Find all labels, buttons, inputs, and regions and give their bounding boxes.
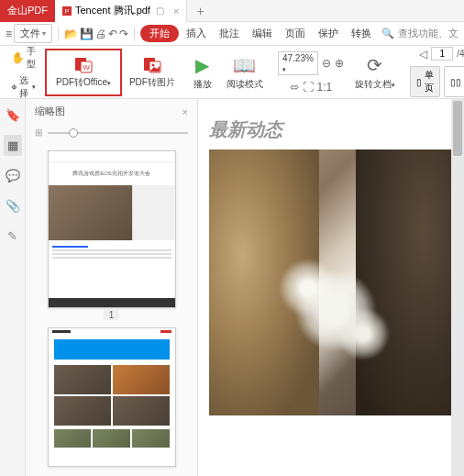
pdf-to-office-button[interactable]: W PDF转Office▾ — [49, 52, 118, 93]
separator — [58, 27, 59, 41]
signature-icon[interactable]: ✎ — [4, 226, 21, 247]
menu-edit[interactable]: 编辑 — [247, 25, 278, 42]
bookmark-icon[interactable]: 🔖 — [2, 105, 24, 126]
document-tab[interactable]: P Tencent 腾讯.pdf ▢ × — [55, 0, 187, 22]
thumbnail-list: 腾讯游戏携EOS亮相开发者大会 1 — [26, 141, 197, 476]
content-area: 最新动态 — [198, 99, 464, 476]
slider-handle[interactable] — [69, 128, 78, 138]
save-icon[interactable]: 💾 — [80, 28, 94, 40]
main-area: 🔖 ▦ 💬 📎 ✎ 缩略图 × ⊞ 腾讯游戏携EOS亮相开发者大会 — [0, 99, 464, 476]
toolbar: ✋手型 ⌖选择▾ W PDF转Office▾ PDF转图片 ▶ 播放 📖 阅读模… — [0, 46, 464, 99]
close-panel-icon[interactable]: × — [182, 106, 188, 117]
select-tool[interactable]: ⌖选择▾ — [9, 73, 38, 101]
single-page-button[interactable]: ▯单页 — [410, 66, 440, 97]
titlebar: 金山PDF P Tencent 腾讯.pdf ▢ × + — [0, 0, 464, 22]
menu-start[interactable]: 开始 — [140, 25, 179, 42]
add-tab-button[interactable]: + — [187, 4, 213, 18]
menu-page[interactable]: 页面 — [280, 25, 311, 42]
menu-protect[interactable]: 保护 — [313, 25, 344, 42]
thumbnail-page-1[interactable]: 腾讯游戏携EOS亮相开发者大会 — [48, 150, 176, 308]
close-tab-icon[interactable]: × — [173, 6, 179, 17]
fit-width-icon[interactable]: ⬄ — [290, 81, 299, 94]
page-view[interactable]: 最新动态 — [198, 99, 464, 476]
restore-icon[interactable]: ▢ — [156, 6, 164, 16]
tab-label: Tencent 腾讯.pdf — [75, 4, 150, 17]
zoom-value[interactable]: 47.23% ▾ — [278, 51, 318, 75]
highlight-pdf-to-office: W PDF转Office▾ — [45, 49, 122, 96]
redo-icon[interactable]: ↷ — [119, 28, 128, 40]
play-icon: ▶ — [195, 54, 209, 76]
actual-size-icon[interactable]: 1:1 — [317, 81, 333, 94]
slider-track[interactable] — [48, 132, 188, 134]
pdf-to-image-button[interactable]: PDF转图片 — [122, 52, 182, 93]
page-total: /4 — [457, 49, 464, 59]
search-box[interactable]: 🔍 查找功能、文 — [381, 27, 458, 40]
attachments-icon[interactable]: 📎 — [2, 195, 24, 216]
prev-page-icon[interactable]: ◁ — [419, 48, 427, 61]
hamburger-icon[interactable]: ≡ — [6, 28, 12, 40]
play-button[interactable]: ▶ 播放 — [186, 50, 219, 94]
rotate-button[interactable]: ⟳ 旋转文档▾ — [348, 50, 403, 94]
page-input[interactable] — [431, 47, 453, 61]
pointer-tools: ✋手型 ⌖选择▾ — [6, 44, 41, 101]
single-page-icon: ▯ — [416, 77, 422, 87]
open-icon[interactable]: 📂 — [64, 28, 78, 40]
book-icon: 📖 — [233, 54, 256, 76]
fit-page-icon[interactable]: ⛶ — [303, 81, 314, 94]
thumbnail-panel: 缩略图 × ⊞ 腾讯游戏携EOS亮相开发者大会 1 — [26, 99, 198, 476]
print-icon[interactable]: 🖨 — [95, 28, 106, 40]
double-page-icon: ▯▯ — [450, 77, 461, 87]
app-title: 金山PDF — [0, 0, 55, 22]
zoom-in-icon[interactable]: ⊕ — [335, 57, 344, 70]
menu-insert[interactable]: 插入 — [181, 25, 212, 42]
grid-small-icon: ⊞ — [35, 127, 42, 138]
svg-text:P: P — [65, 8, 70, 15]
zoom-out-icon[interactable]: ⊖ — [322, 57, 331, 70]
read-mode-button[interactable]: 📖 阅读模式 — [219, 50, 271, 94]
menubar: ≡ 文件▾ 📂 💾 🖨 ↶ ↷ 开始 插入 批注 编辑 页面 保护 转换 🔍 查… — [0, 22, 464, 46]
svg-point-7 — [151, 63, 154, 66]
thumbnail-page-2[interactable] — [48, 327, 176, 467]
convert-image-icon — [142, 56, 162, 74]
comments-icon[interactable]: 💬 — [2, 165, 24, 186]
scrollbar-thumb[interactable] — [453, 101, 462, 156]
file-menu[interactable]: 文件▾ — [14, 24, 52, 43]
menu-annotate[interactable]: 批注 — [214, 25, 245, 42]
menu-convert[interactable]: 转换 — [346, 25, 377, 42]
convert-office-icon: W — [73, 56, 94, 74]
page-nav: ◁ /4 ▷ ▯单页 ▯▯双页▾ — [406, 47, 464, 97]
thumbnail-header: 缩略图 × — [26, 99, 197, 124]
rotate-icon: ⟳ — [367, 54, 382, 76]
search-placeholder: 查找功能、文 — [398, 27, 458, 40]
double-page-button[interactable]: ▯▯双页▾ — [444, 66, 464, 97]
cursor-icon: ⌖ — [11, 81, 17, 94]
thumbnail-size-slider[interactable]: ⊞ — [26, 124, 197, 141]
svg-text:W: W — [83, 63, 90, 72]
zoom-controls: 47.23% ▾ ⊖ ⊕ ⬄ ⛶ 1:1 — [274, 51, 348, 94]
page-image — [209, 149, 453, 415]
page-heading: 最新动态 — [209, 117, 453, 142]
hand-tool[interactable]: ✋手型 — [9, 44, 38, 72]
search-icon: 🔍 — [381, 28, 394, 39]
vertical-scrollbar[interactable] — [451, 99, 464, 476]
undo-icon[interactable]: ↶ — [108, 28, 117, 40]
hand-icon: ✋ — [11, 51, 25, 64]
thumbnail-number-1: 1 — [31, 310, 192, 320]
thumbnails-icon[interactable]: ▦ — [4, 135, 22, 156]
pdf-icon: P — [62, 6, 72, 16]
thumbnail-title: 缩略图 — [35, 105, 65, 118]
sidebar: 🔖 ▦ 💬 📎 ✎ — [0, 99, 26, 476]
separator — [134, 27, 135, 41]
